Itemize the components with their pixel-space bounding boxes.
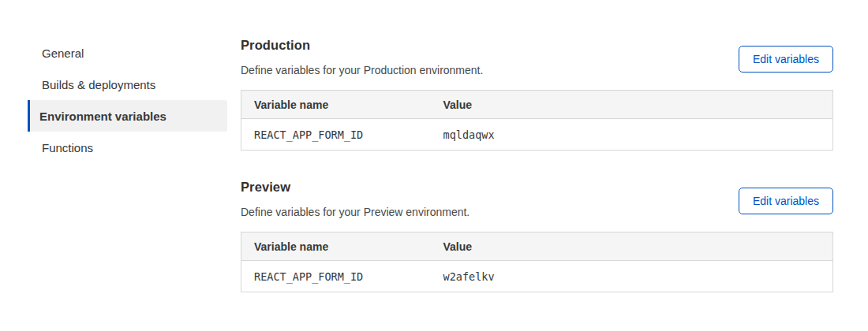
settings-sidebar: General Builds & deployments Environment… [28, 0, 227, 331]
sidebar-item-functions[interactable]: Functions [28, 132, 227, 163]
settings-page: General Builds & deployments Environment… [0, 0, 868, 331]
sidebar-item-label: Builds & deployments [42, 78, 155, 91]
preview-edit-variables-button[interactable]: Edit variables [739, 188, 833, 214]
sidebar-item-general[interactable]: General [28, 37, 227, 69]
value-column-header: Value [431, 232, 833, 261]
sidebar-item-label: Functions [42, 141, 93, 154]
table-header-row: Variable name Value [241, 91, 833, 119]
production-title: Production [241, 38, 483, 53]
sidebar-item-environment-variables[interactable]: Environment variables [28, 100, 227, 132]
variable-name-cell: REACT_APP_FORM_ID [241, 119, 431, 151]
variable-value-cell: w2afelkv [431, 261, 833, 292]
production-section-header: Production Define variables for your Pro… [241, 38, 833, 76]
production-section: Production Define variables for your Pro… [241, 38, 833, 151]
variable-name-column-header: Variable name [241, 232, 431, 261]
preview-section-header: Preview Define variables for your Previe… [241, 180, 833, 218]
table-row: REACT_APP_FORM_ID mqldaqwx [241, 119, 833, 151]
sidebar-item-builds-deployments[interactable]: Builds & deployments [28, 69, 227, 100]
preview-section: Preview Define variables for your Previe… [241, 180, 833, 292]
preview-title: Preview [241, 180, 470, 195]
preview-header-text: Preview Define variables for your Previe… [241, 180, 470, 218]
preview-description: Define variables for your Preview enviro… [241, 206, 470, 218]
value-column-header: Value [431, 91, 833, 119]
sidebar-item-label: General [42, 46, 84, 60]
variable-value-cell: mqldaqwx [431, 119, 833, 151]
table-row: REACT_APP_FORM_ID w2afelkv [241, 261, 833, 292]
table-header-row: Variable name Value [241, 232, 833, 261]
variable-name-column-header: Variable name [241, 91, 431, 119]
production-variables-table: Variable name Value REACT_APP_FORM_ID mq… [241, 90, 833, 151]
production-edit-variables-button[interactable]: Edit variables [739, 46, 833, 73]
preview-variables-table: Variable name Value REACT_APP_FORM_ID w2… [241, 232, 833, 292]
environment-variables-content: Production Define variables for your Pro… [241, 0, 833, 331]
production-header-text: Production Define variables for your Pro… [241, 38, 483, 76]
production-description: Define variables for your Production env… [241, 64, 483, 76]
variable-name-cell: REACT_APP_FORM_ID [241, 261, 431, 292]
sidebar-item-label: Environment variables [39, 110, 166, 123]
